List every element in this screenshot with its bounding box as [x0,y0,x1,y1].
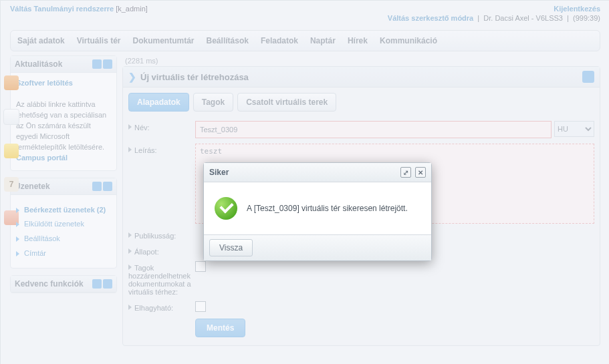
name-input[interactable] [195,121,552,138]
calendar-icon[interactable]: 7 [4,177,19,192]
news-panel: Aktualitások Szoftver letöltés Az alábbi… [10,55,117,171]
account-tag: [k_admin] [116,5,148,13]
msg-settings-link[interactable]: Beállítások [16,232,111,246]
refresh-icon[interactable] [92,182,102,191]
switch-system-link[interactable]: Váltás Tanulmányi rendszerre [10,5,114,13]
success-dialog: Siker ⤢ ✕ A [Teszt_0309] virtuális tér s… [203,162,432,261]
label-members: Tagok hozzárendelhetnek dokumentumokat a… [128,261,195,296]
dialog-message: A [Teszt_0309] virtuális tér sikeresen l… [247,204,408,213]
label-leavable: Elhagyható: [128,301,195,312]
members-checkbox[interactable] [195,261,206,272]
menu-hirek[interactable]: Hírek [348,36,368,45]
news-panel-title: Aktualitások [15,59,62,69]
inbox-link[interactable]: Beérkezett üzenetek (2) [16,203,111,218]
menu-virtualis-ter[interactable]: Virtuális tér [77,36,121,45]
chevron-right-icon: ❯ [128,71,136,82]
menu-naptar[interactable]: Naptár [310,36,336,45]
tab-tagok[interactable]: Tagok [193,93,233,112]
back-button[interactable]: Vissza [209,239,253,256]
software-download-link[interactable]: Szoftver letöltés [16,79,73,87]
section-title: Új virtuális tér létrehozása [140,72,249,82]
language-select[interactable]: HU [554,121,594,137]
news-body-text: Az alábbi linkre kattintva lehetőség van… [16,100,106,151]
star-icon[interactable] [4,144,19,158]
menu-sajat-adatok[interactable]: Saját adatok [17,36,65,45]
main-menu: Saját adatok Virtuális tér Dokumentumtár… [10,30,600,51]
switch-edit-link[interactable]: Váltás szerkesztő módra [388,14,473,22]
label-public: Publikusság: [128,229,195,240]
addressbook-link[interactable]: Címtár [16,246,111,261]
messages-panel-title: Üzenetek [15,182,50,191]
menu-feladatok[interactable]: Feladatok [261,36,298,45]
refresh-icon[interactable] [92,59,102,69]
favorites-panel: Kedvenc funkciók [10,275,117,293]
close-icon[interactable]: ✕ [415,167,426,178]
messages-panel: Üzenetek Beérkezett üzenetek (2) Elküldö… [10,178,117,269]
label-name: Név: [128,121,195,132]
save-button[interactable]: Mentés [195,319,245,337]
logout-link[interactable]: Kijelentkezés [554,5,600,13]
success-check-icon [215,197,237,220]
user-name: Dr. Dacsi Axel - V6LSS3 [483,14,563,22]
timing-label: (2281 ms) [122,55,600,66]
dialog-title: Siker [209,168,229,177]
favorites-panel-title: Kedvenc funkciók [15,279,84,289]
close-icon[interactable] [103,182,112,191]
news-icon[interactable] [4,75,19,90]
tab-csatolt[interactable]: Csatolt virtuális terek [237,93,336,112]
maximize-icon[interactable]: ⤢ [400,167,411,178]
refresh-icon[interactable] [92,279,102,289]
label-desc: Leírás: [128,144,195,154]
close-icon[interactable] [103,279,112,289]
menu-beallitasok[interactable]: Beállítások [207,36,249,45]
mail-icon[interactable] [3,109,19,125]
campus-portal-link[interactable]: Campus portál [16,154,68,162]
section-action-icon[interactable] [582,71,594,83]
leavable-checkbox[interactable] [195,301,206,312]
tab-alapadatok[interactable]: Alapadatok [128,93,189,112]
menu-dokumentumtar[interactable]: Dokumentumtár [133,36,195,45]
sent-link[interactable]: Elküldött üzenetek [16,217,111,232]
menu-kommunikacio[interactable]: Kommunikáció [380,36,437,45]
label-state: Állapot: [128,245,195,256]
close-icon[interactable] [103,59,112,69]
session-timer: (999:39) [573,14,600,22]
